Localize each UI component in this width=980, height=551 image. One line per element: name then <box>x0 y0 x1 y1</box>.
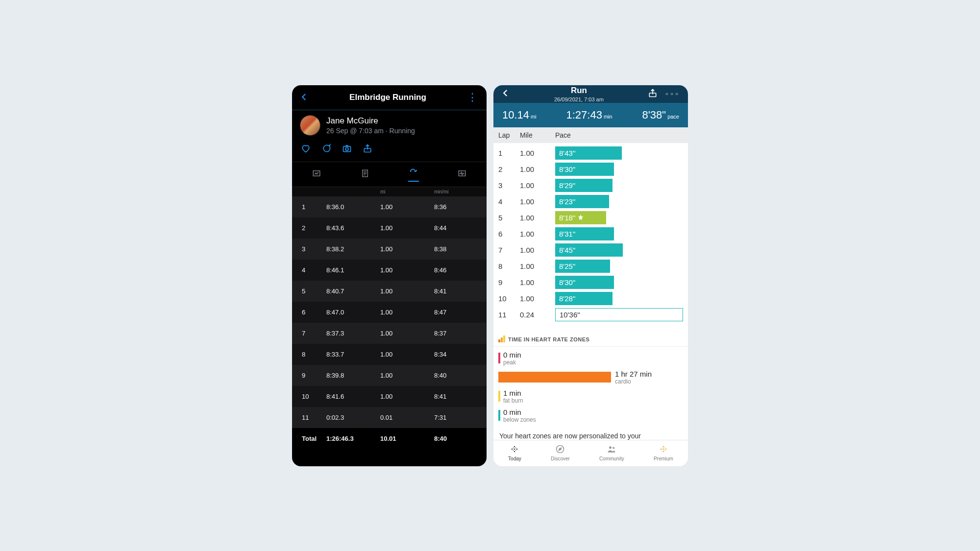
lap-number: 8 <box>498 262 520 270</box>
comment-icon[interactable] <box>321 144 331 156</box>
garmin-title: Elmbridge Running <box>349 93 426 102</box>
split-time: 8:43.6 <box>326 224 380 232</box>
split-row[interactable]: 2 8:43.6 1.00 8:44 <box>292 217 487 239</box>
split-row[interactable]: 8 8:33.7 1.00 8:34 <box>292 344 487 365</box>
svg-point-24 <box>663 446 664 447</box>
tab-hr-icon[interactable] <box>457 169 467 180</box>
tab-notes-icon[interactable] <box>360 169 370 180</box>
split-time: 8:36.0 <box>326 203 380 211</box>
community-icon <box>599 444 624 454</box>
split-lap: 4 <box>292 266 326 274</box>
nav-today[interactable]: Today <box>508 444 521 461</box>
split-row[interactable]: 7 8:37.3 1.00 8:37 <box>292 323 487 344</box>
lap-row[interactable]: 11 0.24 10'36" <box>498 307 683 323</box>
hr-section-title: TIME IN HEART RATE ZONES <box>493 328 688 347</box>
split-distance: 1.00 <box>380 203 434 211</box>
split-time: 0:02.3 <box>326 414 380 421</box>
split-row[interactable]: 6 8:47.0 1.00 8:47 <box>292 302 487 323</box>
user-row[interactable]: Jane McGuire 26 Sep @ 7:03 am · Running <box>292 110 487 140</box>
split-distance: 1.00 <box>380 393 434 400</box>
heart-icon[interactable] <box>301 144 311 156</box>
split-lap: 1 <box>292 203 326 211</box>
hr-message: Your heart zones are now personalized to… <box>493 430 688 440</box>
nav-label: Today <box>508 456 521 461</box>
svg-point-28 <box>662 447 663 448</box>
svg-point-26 <box>663 451 664 452</box>
tab-laps-icon[interactable] <box>408 167 419 182</box>
user-name: Jane McGuire <box>326 116 415 126</box>
share-icon[interactable] <box>363 144 372 156</box>
avatar[interactable] <box>300 115 320 136</box>
svg-rect-9 <box>503 335 505 342</box>
discover-icon <box>551 444 570 454</box>
lap-row[interactable]: 5 1.00 8'18" <box>498 210 683 226</box>
svg-point-30 <box>662 450 663 451</box>
svg-marker-20 <box>559 448 562 450</box>
lap-pace-bar: 8'43" <box>555 146 622 160</box>
split-lap: 8 <box>292 351 326 358</box>
split-pace: 8:44 <box>434 224 487 232</box>
split-pace: 7:31 <box>434 414 487 421</box>
split-row[interactable]: 3 8:38.2 1.00 8:38 <box>292 239 487 260</box>
tab-stats-icon[interactable] <box>311 169 322 180</box>
nav-discover[interactable]: Discover <box>551 444 570 461</box>
lap-row[interactable]: 2 1.00 8'30" <box>498 161 683 177</box>
splits-table[interactable]: 1 8:36.0 1.00 8:362 8:43.6 1.00 8:443 8:… <box>292 196 487 466</box>
split-time: 8:33.7 <box>326 351 380 358</box>
lap-row[interactable]: 4 1.00 8'23" <box>498 193 683 210</box>
nav-label: Community <box>599 456 624 461</box>
nav-premium[interactable]: Premium <box>654 444 673 461</box>
lap-row[interactable]: 6 1.00 8'31" <box>498 226 683 242</box>
fitbit-header: Run 26/09/2021, 7:03 am ○○○ <box>493 85 688 103</box>
lap-row[interactable]: 8 1.00 8'25" <box>498 258 683 274</box>
share-icon[interactable] <box>648 88 658 100</box>
lap-row[interactable]: 9 1.00 8'30" <box>498 274 683 290</box>
lap-row[interactable]: 3 1.00 8'29" <box>498 177 683 193</box>
lap-row[interactable]: 1 1.00 8'43" <box>498 145 683 161</box>
split-pace: 8:41 <box>434 287 487 295</box>
split-row[interactable]: 1 8:36.0 1.00 8:36 <box>292 196 487 217</box>
lap-pace-bar: 8'28" <box>555 292 612 305</box>
split-lap: 3 <box>292 245 326 253</box>
split-lap: 11 <box>292 414 326 421</box>
split-total-row: Total1:26:46.310.018:40 <box>292 428 487 449</box>
split-distance: 0.01 <box>380 414 434 421</box>
stat-time: 1:27:43min <box>566 109 612 121</box>
nav-label: Premium <box>654 456 673 461</box>
split-row[interactable]: 11 0:02.3 0.01 7:31 <box>292 407 487 428</box>
svg-point-16 <box>515 447 516 448</box>
hr-zone-tick <box>498 410 500 421</box>
split-time: 8:41.6 <box>326 393 380 400</box>
nav-label: Discover <box>551 456 570 461</box>
lap-pace-bar: 8'25" <box>555 260 610 273</box>
svg-rect-7 <box>498 339 500 342</box>
premium-icon <box>654 444 673 454</box>
split-row[interactable]: 5 8:40.7 1.00 8:41 <box>292 281 487 302</box>
camera-icon[interactable] <box>342 144 352 156</box>
split-column-units: mi min/mi <box>292 187 487 196</box>
back-chevron-icon[interactable] <box>300 90 309 105</box>
hr-zone-row: 1 hr 27 mincardio <box>498 370 683 385</box>
lap-table[interactable]: 1 1.00 8'43"2 1.00 8'30"3 1.00 8'29"4 1.… <box>493 143 688 328</box>
hr-zone-bar <box>498 372 611 383</box>
more-vertical-icon[interactable]: ⋮ <box>467 91 479 104</box>
lap-mile: 1.00 <box>520 165 555 173</box>
lap-pace-bar: 10'36" <box>555 308 683 321</box>
split-row[interactable]: 4 8:46.1 1.00 8:46 <box>292 260 487 281</box>
split-distance: 1.00 <box>380 330 434 337</box>
svg-point-14 <box>516 448 518 450</box>
svg-point-21 <box>609 446 612 449</box>
lap-number: 6 <box>498 230 520 238</box>
split-row[interactable]: 10 8:41.6 1.00 8:41 <box>292 386 487 407</box>
lap-row[interactable]: 7 1.00 8'45" <box>498 242 683 258</box>
split-time: 8:40.7 <box>326 287 380 295</box>
more-horizontal-icon[interactable]: ○○○ <box>665 91 680 96</box>
svg-point-22 <box>613 447 615 449</box>
lap-row[interactable]: 10 1.00 8'28" <box>498 290 683 307</box>
nav-community[interactable]: Community <box>599 444 624 461</box>
split-pace: 8:37 <box>434 330 487 337</box>
back-chevron-icon[interactable] <box>501 89 510 99</box>
hr-zone-tick <box>498 391 500 402</box>
svg-point-31 <box>664 450 665 451</box>
split-row[interactable]: 9 8:39.8 1.00 8:40 <box>292 365 487 386</box>
